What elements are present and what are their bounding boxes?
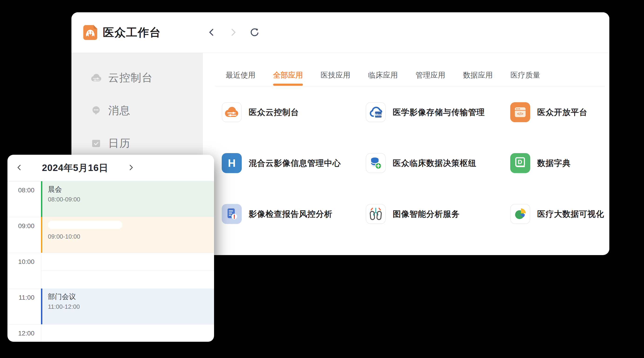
tab-all-apps[interactable]: 全部应用 bbox=[273, 70, 303, 84]
app-cloud-console[interactable]: 医众云控制台 bbox=[222, 102, 366, 122]
app-label: 医众开放平台 bbox=[537, 107, 588, 118]
tab-divider bbox=[215, 86, 605, 86]
app-label: 医众临床数据决策枢纽 bbox=[393, 158, 476, 169]
lungs-icon bbox=[366, 204, 386, 224]
app-label: 医众云控制台 bbox=[249, 107, 299, 118]
svg-text:D: D bbox=[518, 159, 522, 166]
chevron-left-icon bbox=[16, 164, 23, 172]
app-grid: 医众云控制台 Mos 医学影像存储与传输管理 bbox=[222, 102, 609, 224]
event-title: 部门会议 bbox=[48, 292, 214, 301]
tab-clinical-apps[interactable]: 临床应用 bbox=[368, 70, 398, 84]
dictionary-book-icon: D bbox=[510, 153, 530, 173]
pie-chart-icon bbox=[510, 204, 530, 224]
hour-row-12: 12:00 bbox=[8, 324, 214, 342]
database-plus-icon bbox=[366, 153, 386, 173]
calendar-date-title: 2024年5月16日 bbox=[24, 162, 126, 174]
calendar-check-icon bbox=[89, 137, 103, 150]
event-time: 09:00-10:00 bbox=[48, 233, 214, 240]
tab-data-apps[interactable]: 数据应用 bbox=[463, 70, 493, 84]
tab-quality[interactable]: 医疗质量 bbox=[510, 70, 540, 84]
app-big-data-visualization[interactable]: 医疗大数据可视化 bbox=[510, 204, 609, 224]
chevron-left-icon bbox=[206, 27, 217, 38]
app-clinical-data-hub[interactable]: 医众临床数据决策枢纽 bbox=[366, 153, 510, 173]
hour-row-10: 10:00 bbox=[8, 253, 214, 289]
sidebar-item-label: 云控制台 bbox=[108, 71, 153, 85]
app-label: 医学影像存储与传输管理 bbox=[393, 107, 485, 118]
chevron-right-icon bbox=[128, 164, 134, 172]
calendar-popup: 2024年5月16日 08:00 09:00 10:00 1 bbox=[8, 155, 214, 342]
sidebar-item-cloud-console[interactable]: 云控制台 bbox=[72, 69, 203, 87]
content-area: 最近使用 全部应用 医技应用 临床应用 管理应用 数据应用 医疗质量 bbox=[203, 53, 609, 255]
event-time: 11:00-12:00 bbox=[48, 303, 214, 310]
tab-management-apps[interactable]: 管理应用 bbox=[416, 70, 445, 84]
time-label: 10:00 bbox=[8, 258, 41, 266]
app-image-ai-analysis[interactable]: 图像智能分析服务 bbox=[366, 204, 510, 224]
tab-medtech-apps[interactable]: 医技应用 bbox=[320, 70, 350, 84]
chevron-right-icon bbox=[228, 27, 238, 38]
back-button[interactable] bbox=[205, 26, 218, 39]
calendar-header: 2024年5月16日 bbox=[8, 155, 214, 181]
calendar-event-redacted[interactable]: 09:00-10:00 bbox=[41, 217, 214, 253]
app-label: 医疗大数据可视化 bbox=[537, 209, 604, 219]
redacted-event-title bbox=[48, 221, 122, 229]
window-header: 医众工作台 bbox=[72, 12, 609, 53]
time-label: 09:00 bbox=[8, 222, 41, 230]
svg-text:</>: </> bbox=[517, 111, 523, 116]
app-label: 数据字典 bbox=[537, 158, 571, 169]
tab-recent[interactable]: 最近使用 bbox=[226, 70, 256, 84]
svg-text:Mos: Mos bbox=[375, 113, 382, 117]
app-label: 图像智能分析服务 bbox=[393, 209, 460, 219]
time-label: 12:00 bbox=[8, 330, 41, 337]
refresh-icon bbox=[250, 27, 260, 38]
app-label: 影像检查报告风控分析 bbox=[249, 209, 332, 219]
sidebar-item-label: 消息 bbox=[108, 103, 130, 118]
desktop-background: 医众工作台 bbox=[0, 0, 644, 358]
open-platform-code-icon: </> bbox=[510, 102, 530, 122]
calendar-day-grid: 08:00 09:00 10:00 11:00 12:00 晨会 08: bbox=[8, 181, 214, 342]
time-label: 08:00 bbox=[8, 186, 41, 194]
report-alert-icon bbox=[222, 204, 242, 224]
app-label: 混合云影像信息管理中心 bbox=[249, 158, 341, 169]
time-label: 11:00 bbox=[8, 294, 41, 301]
calendar-next-button[interactable] bbox=[126, 161, 136, 175]
message-bubble-icon bbox=[89, 104, 103, 117]
calendar-event-department-meeting[interactable]: 部门会议 11:00-12:00 bbox=[41, 289, 214, 324]
cloud-storage-icon: Mos bbox=[366, 102, 386, 122]
sidebar-item-calendar[interactable]: 日历 bbox=[72, 134, 203, 153]
app-image-storage[interactable]: Mos 医学影像存储与传输管理 bbox=[366, 102, 510, 122]
app-hybrid-cloud-imaging[interactable]: H 混合云影像信息管理中心 bbox=[222, 153, 366, 173]
event-time: 08:00-09:00 bbox=[48, 196, 214, 203]
app-logo-document-badge-icon bbox=[83, 25, 97, 40]
cloud-settings-icon bbox=[222, 102, 242, 122]
half-hour-line bbox=[41, 271, 214, 271]
sidebar-item-label: 日历 bbox=[108, 136, 130, 151]
event-title: 晨会 bbox=[48, 185, 214, 194]
app-report-risk-analysis[interactable]: 影像检查报告风控分析 bbox=[222, 204, 366, 224]
sidebar-item-messages[interactable]: 消息 bbox=[72, 101, 203, 120]
app-open-platform[interactable]: </> 医众开放平台 bbox=[510, 102, 609, 122]
tab-bar: 最近使用 全部应用 医技应用 临床应用 管理应用 数据应用 医疗质量 bbox=[226, 70, 540, 84]
calendar-event-morning-meeting[interactable]: 晨会 08:00-09:00 bbox=[41, 181, 214, 217]
refresh-button[interactable] bbox=[248, 26, 261, 39]
calendar-prev-button[interactable] bbox=[15, 161, 24, 175]
header-nav bbox=[205, 12, 261, 53]
cloud-settings-icon bbox=[89, 71, 103, 85]
letter-h-icon: H bbox=[222, 153, 242, 173]
forward-button[interactable] bbox=[226, 26, 240, 39]
app-title: 医众工作台 bbox=[103, 25, 161, 40]
app-data-dictionary[interactable]: D 数据字典 bbox=[510, 153, 609, 173]
